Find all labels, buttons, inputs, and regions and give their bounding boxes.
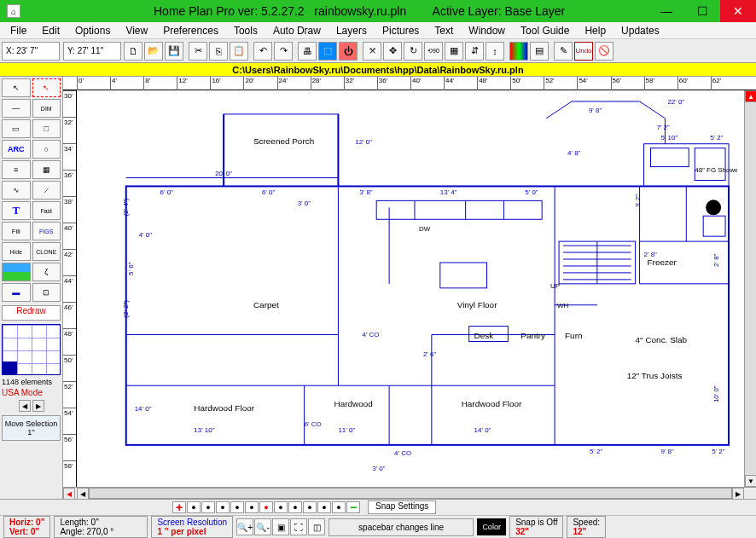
- ruler-tick: 30': [63, 90, 76, 117]
- new-icon[interactable]: 🗋: [124, 42, 142, 61]
- fill-icon[interactable]: Fill: [2, 222, 31, 240]
- misc-icon[interactable]: ⊡: [32, 283, 61, 302]
- ruler-tick: 4': [110, 77, 143, 90]
- horizontal-scrollbar[interactable]: ◀ ◀ ▶: [63, 487, 756, 499]
- zoom-fit-icon[interactable]: ▣: [272, 518, 289, 535]
- snap-dot-icon[interactable]: ●: [216, 501, 230, 513]
- snap-settings-button[interactable]: Snap Settings: [368, 500, 436, 514]
- maximize-button[interactable]: ☐: [684, 0, 720, 22]
- clone-icon[interactable]: CLONE: [32, 242, 61, 261]
- undo-icon[interactable]: ↶: [253, 42, 272, 61]
- scroll-left-icon[interactable]: ◀: [63, 488, 75, 500]
- exit-icon[interactable]: ⏻: [339, 42, 358, 61]
- menu-toolguide[interactable]: Tool Guide: [514, 23, 576, 38]
- stairs-icon[interactable]: ≡: [2, 160, 31, 179]
- scroll-right-icon[interactable]: ▶: [732, 488, 744, 500]
- menu-preferences[interactable]: Preferences: [156, 23, 225, 38]
- spline-icon[interactable]: ζ: [32, 263, 61, 281]
- curve-icon[interactable]: ∿: [2, 181, 31, 200]
- drawing-canvas[interactable]: 20' 0" 6' 0" 6' 0" 12' 0" 3' 8" 13' 4" 5…: [77, 90, 744, 487]
- text-icon[interactable]: T: [2, 201, 31, 220]
- snap-plus-icon[interactable]: +: [172, 501, 186, 513]
- save-icon[interactable]: 💾: [165, 42, 183, 61]
- grid-icon[interactable]: ▤: [530, 42, 549, 61]
- snap-minus-icon[interactable]: −: [346, 501, 360, 513]
- open-icon[interactable]: 📂: [144, 42, 163, 61]
- brush-icon[interactable]: ✎: [554, 42, 573, 61]
- copy-icon[interactable]: ⎘: [209, 42, 228, 61]
- hide-icon[interactable]: Hide: [2, 242, 31, 261]
- menu-edit[interactable]: Edit: [35, 23, 67, 38]
- scan-icon[interactable]: ⬚: [318, 42, 337, 61]
- fasttext-icon[interactable]: Fast: [32, 201, 61, 220]
- rect2-icon[interactable]: □: [32, 119, 61, 138]
- select-icon[interactable]: ↖: [32, 78, 61, 97]
- move-icon[interactable]: ✥: [383, 42, 402, 61]
- image-icon[interactable]: [2, 263, 31, 281]
- menu-pictures[interactable]: Pictures: [375, 23, 426, 38]
- vertical-scrollbar[interactable]: ▲ ▼: [744, 90, 756, 487]
- rotate-icon[interactable]: ↻: [404, 42, 422, 61]
- cut-icon[interactable]: ✂: [189, 42, 207, 61]
- zoom-all-icon[interactable]: ⛶: [290, 518, 307, 535]
- zoom-in-icon[interactable]: 🔍+: [236, 518, 253, 535]
- snap-dot-icon[interactable]: ●: [245, 501, 259, 513]
- updown-icon[interactable]: ↕: [486, 42, 504, 61]
- scroll-down-icon[interactable]: ▼: [745, 475, 756, 487]
- line-icon[interactable]: —: [2, 99, 31, 118]
- arrows-icon[interactable]: ⤧: [363, 42, 381, 61]
- snap-dot-icon[interactable]: ●: [317, 501, 331, 513]
- toggle-icon[interactable]: ⇵: [465, 42, 484, 61]
- arc-icon[interactable]: ARC: [2, 140, 31, 159]
- print-icon[interactable]: 🖶: [298, 42, 317, 61]
- window-icon[interactable]: ▦: [32, 160, 61, 179]
- zoom-win-icon[interactable]: ◫: [308, 518, 325, 535]
- menu-view[interactable]: View: [119, 23, 154, 38]
- snap-dot-icon[interactable]: ●: [259, 501, 273, 513]
- snap-dot-icon[interactable]: ●: [274, 501, 288, 513]
- group-icon[interactable]: ▦: [445, 42, 463, 61]
- scroll-left2-icon[interactable]: ◀: [77, 488, 89, 500]
- redo-icon[interactable]: ↷: [274, 42, 293, 61]
- minimize-button[interactable]: —: [648, 0, 684, 22]
- snap-dot-icon[interactable]: ●: [201, 501, 215, 513]
- menu-layers[interactable]: Layers: [329, 23, 374, 38]
- snap-dot-icon[interactable]: ●: [288, 501, 302, 513]
- undo-label-icon[interactable]: Undo: [574, 42, 593, 61]
- menu-file[interactable]: File: [3, 23, 33, 38]
- redraw-button[interactable]: Redraw: [2, 305, 61, 321]
- menu-options[interactable]: Options: [68, 23, 117, 38]
- menu-tools[interactable]: Tools: [227, 23, 265, 38]
- cursor-icon[interactable]: ↖: [2, 78, 31, 97]
- zoom-out-icon[interactable]: 🔍-: [254, 518, 271, 535]
- nudge-left-icon[interactable]: ◀: [19, 400, 31, 412]
- paste-icon[interactable]: 📋: [230, 42, 248, 61]
- polyline-icon[interactable]: ⟋: [32, 181, 61, 200]
- close-button[interactable]: ✕: [720, 0, 756, 22]
- snap-dot-icon[interactable]: ●: [303, 501, 317, 513]
- snap-dot-icon[interactable]: ●: [187, 501, 201, 513]
- menu-text[interactable]: Text: [427, 23, 460, 38]
- figs-icon[interactable]: FIGS: [32, 222, 61, 240]
- nudge-right-icon[interactable]: ▶: [32, 400, 44, 412]
- svg-text:9' 8": 9' 8": [660, 448, 674, 455]
- circle-icon[interactable]: ○: [32, 140, 61, 159]
- minimap[interactable]: [2, 324, 61, 375]
- palette-icon[interactable]: [509, 42, 528, 61]
- door-icon[interactable]: ▬: [2, 283, 31, 302]
- rot90-icon[interactable]: ⟲90: [424, 42, 443, 61]
- dim-icon[interactable]: DIM: [32, 99, 61, 118]
- snap-dot-icon[interactable]: ●: [230, 501, 244, 513]
- menu-updates[interactable]: Updates: [614, 23, 666, 38]
- menubar: File Edit Options View Preferences Tools…: [0, 22, 756, 39]
- rect-icon[interactable]: ▭: [2, 119, 31, 138]
- svg-text:Desk: Desk: [474, 331, 494, 340]
- scroll-up-icon[interactable]: ▲: [745, 90, 756, 102]
- color-button[interactable]: Color: [477, 518, 506, 535]
- menu-help[interactable]: Help: [578, 23, 613, 38]
- prohibit-icon[interactable]: 🚫: [595, 42, 614, 61]
- menu-window[interactable]: Window: [462, 23, 512, 38]
- svg-text:22' 0": 22' 0": [667, 98, 684, 106]
- snap-dot-icon[interactable]: ●: [332, 501, 346, 513]
- menu-autodraw[interactable]: Auto Draw: [266, 23, 328, 38]
